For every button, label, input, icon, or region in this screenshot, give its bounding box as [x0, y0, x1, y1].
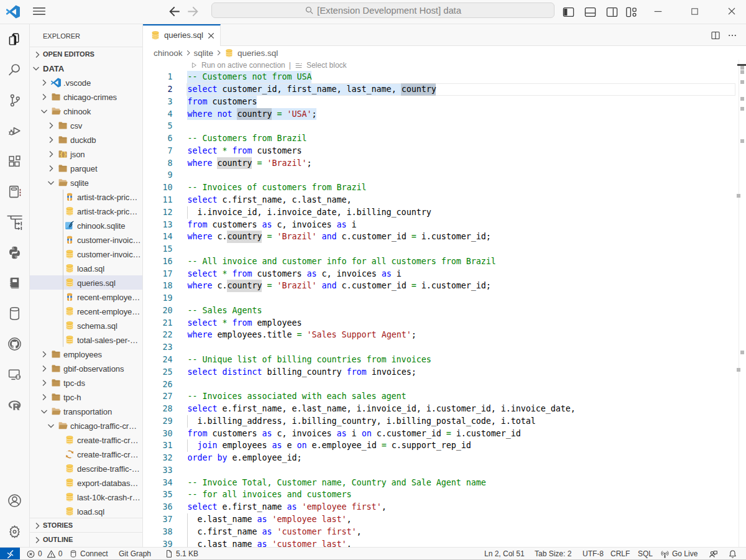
tree-item-csv[interactable]: csv	[30, 118, 142, 132]
close-window-icon[interactable]	[725, 5, 738, 17]
tree-item-sqlite[interactable]: sqlite	[30, 175, 142, 190]
activity-run-debug-icon[interactable]	[6, 122, 22, 139]
tree-item-queries.sql[interactable]: queries.sql	[30, 275, 142, 290]
back-icon[interactable]	[165, 4, 180, 19]
go-live-button[interactable]: Go Live	[660, 548, 698, 560]
notifications-button[interactable]	[728, 548, 737, 560]
customize-layout-icon[interactable]	[624, 5, 638, 19]
activity-search-icon[interactable]	[6, 62, 22, 78]
activity-r-lang-icon[interactable]	[6, 397, 22, 413]
tree-item-artist-track-pric-[interactable]: artist-track-pric…	[30, 204, 142, 218]
chevron-down-icon	[31, 63, 41, 73]
tree-item-chicago-crimes[interactable]: chicago-crimes	[30, 90, 142, 104]
git-graph-label: Git Graph	[119, 549, 151, 558]
breadcrumb-item[interactable]: chinook	[154, 48, 183, 58]
problems-status[interactable]: 0 0	[26, 548, 62, 560]
tree-item-parquet[interactable]: parquet	[30, 161, 142, 175]
toggle-panel-icon[interactable]	[583, 5, 597, 19]
code-line: e.last_name as 'employee last',	[187, 513, 351, 526]
tree-item-gbif-observations[interactable]: gbif-observations	[30, 361, 142, 375]
activity-remote-explorer-icon[interactable]	[6, 366, 22, 382]
menu-icon[interactable]	[32, 4, 46, 18]
tree-item-describe-traffic--[interactable]: describe-traffic-…	[30, 461, 142, 475]
activity-python-icon[interactable]	[6, 244, 22, 260]
breadcrumb-item[interactable]: queries.sql	[237, 48, 278, 58]
stories-header[interactable]: STORIES	[30, 518, 142, 532]
tree-item-total-sales-per--[interactable]: total-sales-per-…	[30, 333, 142, 347]
ruler-mark	[737, 194, 740, 198]
tree-item-.vscode[interactable]: .vscode	[30, 75, 142, 90]
toggle-sidebar-icon[interactable]	[561, 5, 575, 19]
tree-item-load.sql[interactable]: load.sql	[30, 504, 142, 518]
activity-github-icon[interactable]	[6, 336, 22, 352]
tab-queries-sql[interactable]: queries.sql	[143, 24, 221, 46]
chevron-right-icon	[32, 521, 42, 531]
line-number: 20	[143, 305, 173, 317]
connect-button[interactable]: Connect	[69, 548, 108, 560]
activity-settings-icon[interactable]	[6, 523, 22, 539]
activity-source-control-icon[interactable]	[6, 92, 22, 108]
line-number: 15	[143, 243, 173, 255]
tree-item-recent-employe-[interactable]: recent-employe…	[30, 304, 142, 318]
open-editors-header[interactable]: OPEN EDITORS	[30, 47, 142, 61]
tree-item-create-traffic-cr-[interactable]: create-traffic-cr…	[30, 433, 142, 447]
sync-icon	[65, 449, 75, 459]
tree-item-chinook.sqlite[interactable]: chinook.sqlite	[30, 218, 142, 232]
tab-size-status[interactable]: Tab Size: 2	[535, 548, 571, 560]
tree-item-last-10k-crash-r-[interactable]: last-10k-crash-r…	[30, 490, 142, 504]
run-query-icon[interactable]	[190, 62, 198, 69]
split-editor-icon[interactable]	[710, 30, 721, 41]
activity-query-history-icon[interactable]	[6, 214, 22, 230]
chevron-right-icon	[46, 149, 56, 159]
tree-item-export-databas-[interactable]: export-databas…	[30, 475, 142, 490]
remote-indicator[interactable]	[0, 548, 20, 560]
tree-item-load.sql[interactable]: load.sql	[30, 261, 142, 275]
line-number: 2	[143, 83, 173, 96]
tree-item-tpc-h[interactable]: tpc-h	[30, 390, 142, 404]
eol-status[interactable]: CRLF	[610, 548, 630, 560]
toggle-secondary-sidebar-icon[interactable]	[605, 5, 619, 19]
activity-explorer-icon[interactable]	[6, 31, 22, 47]
tree-item-chicago-traffic-cr-[interactable]: chicago-traffic-cr…	[30, 418, 142, 433]
code-editor[interactable]: Run on active connection | Select block …	[143, 60, 746, 547]
activity-jupyter-book-icon[interactable]	[6, 275, 22, 291]
tree-item-artist-track-pric-[interactable]: artist-track-pric…	[30, 190, 142, 204]
feedback-button[interactable]	[709, 548, 718, 560]
tree-item-duckdb[interactable]: duckdb	[30, 132, 142, 147]
tree-item-tpc-ds[interactable]: tpc-ds	[30, 375, 142, 390]
activity-extensions-icon[interactable]	[6, 153, 22, 169]
select-block-icon[interactable]	[295, 62, 303, 70]
tree-item-create-traffic-cr-[interactable]: create-traffic-cr…	[30, 447, 142, 461]
tree-item-customer-invoic-[interactable]: customer-invoic…	[30, 232, 142, 247]
forward-icon[interactable]	[186, 4, 201, 19]
tree-item-json[interactable]: json	[30, 147, 142, 161]
minimize-icon[interactable]	[652, 5, 664, 17]
tree-item-employees[interactable]: employees	[30, 347, 142, 361]
tree-item-chinook[interactable]: chinook	[30, 104, 142, 118]
tree-item-recent-employe-[interactable]: recent-employe…	[30, 290, 142, 304]
language-status[interactable]: SQL	[638, 548, 653, 560]
cursor-position-status[interactable]: Ln 2, Col 51	[484, 548, 525, 560]
codelens-select-link[interactable]: Select block	[306, 61, 347, 70]
encoding-status[interactable]: UTF-8	[583, 548, 604, 560]
codelens-run-link[interactable]: Run on active connection	[201, 61, 285, 70]
file-size-status[interactable]: 5.1 KB	[165, 548, 198, 560]
tree-item-transportation[interactable]: transportation	[30, 404, 142, 418]
activity-database-icon[interactable]	[6, 305, 22, 321]
tree-item-customer-invoic-[interactable]: customer-invoic…	[30, 247, 142, 261]
code-line: c.first_name as 'customer first',	[187, 526, 361, 538]
breadcrumb-item[interactable]: sqlite	[194, 48, 214, 58]
tree-item-schema.sql[interactable]: schema.sql	[30, 318, 142, 333]
activity-account-icon[interactable]	[6, 492, 22, 508]
git-graph-button[interactable]: Git Graph	[119, 548, 151, 560]
vscode-icon	[51, 78, 61, 88]
error-count: 0	[38, 549, 42, 558]
outline-header[interactable]: OUTLINE	[30, 532, 142, 546]
line-number: 21	[143, 317, 173, 329]
activity-notebook-icon[interactable]	[6, 183, 22, 200]
workspace-root-header[interactable]: DATA	[30, 61, 142, 75]
maximize-icon[interactable]	[688, 5, 701, 17]
command-center-search[interactable]: [Extension Development Host] data	[211, 2, 555, 18]
close-tab-icon[interactable]	[206, 31, 216, 40]
editor-more-actions-icon[interactable]	[727, 30, 738, 41]
